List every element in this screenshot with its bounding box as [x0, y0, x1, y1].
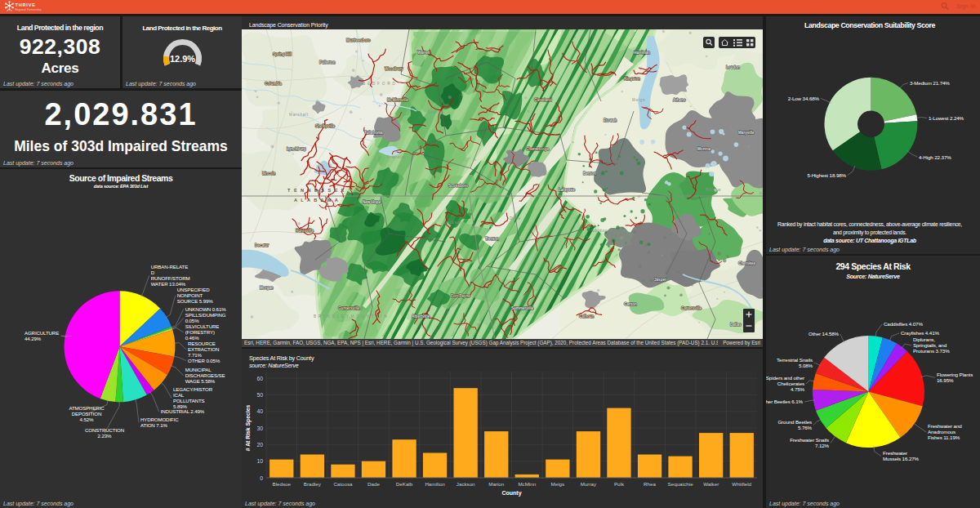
svg-text:0.05%: 0.05%	[185, 318, 199, 323]
svg-text:40: 40	[256, 408, 263, 414]
svg-text:THRIVE: THRIVE	[16, 2, 36, 7]
svg-text:Catoosa: Catoosa	[333, 481, 353, 487]
svg-text:New Hope: New Hope	[363, 200, 381, 204]
svg-text:Meigs: Meigs	[632, 98, 645, 102]
svg-text:Sequatchie: Sequatchie	[668, 481, 694, 487]
svg-text:Dade: Dade	[510, 216, 521, 221]
svg-text:5.76%: 5.76%	[798, 425, 813, 430]
svg-text:Landscape Conservation Suitabi: Landscape Conservation Suitability Score	[804, 21, 935, 29]
svg-text:data source: EPA 303d List: data source: EPA 303d List	[94, 184, 149, 189]
svg-text:Monroe: Monroe	[697, 147, 711, 151]
svg-text:7.12%: 7.12%	[815, 443, 830, 448]
svg-text:and proximity to protected lan: and proximity to protected lands.	[833, 229, 906, 236]
svg-text:Marion: Marion	[488, 481, 504, 487]
svg-text:Chattanooga: Chattanooga	[526, 147, 550, 151]
svg-text:INDUSTRIAL 2.49%: INDUSTRIAL 2.49%	[161, 408, 205, 414]
svg-text:Fort Payne: Fort Payne	[451, 294, 470, 298]
svg-text:Crayfishes 4.41%: Crayfishes 4.41%	[901, 330, 939, 336]
svg-text:Source: NatureServe: Source: NatureServe	[846, 273, 900, 280]
svg-text:Benton: Benton	[583, 172, 596, 176]
svg-text:10: 10	[256, 458, 263, 464]
svg-text:16.95%: 16.95%	[937, 377, 954, 383]
svg-text:Woodbury: Woodbury	[385, 67, 403, 71]
svg-text:McMinnville: McMinnville	[387, 98, 408, 102]
svg-text:Polk: Polk	[614, 481, 625, 487]
svg-text:Etowah: Etowah	[604, 118, 617, 123]
svg-text:Whitfield: Whitfield	[732, 481, 751, 487]
svg-text:Shelbyville: Shelbyville	[315, 124, 335, 128]
svg-text:Tullahoma: Tullahoma	[364, 131, 383, 135]
svg-text:Lynchburg: Lynchburg	[287, 147, 306, 151]
svg-text:0.46%: 0.46%	[185, 335, 199, 341]
svg-text:Murray: Murray	[581, 481, 597, 487]
svg-text:Source of Impaired Streams: Source of Impaired Streams	[69, 173, 173, 183]
svg-text:5-Highest 18.98%: 5-Highest 18.98%	[807, 172, 846, 178]
svg-text:Franklin: Franklin	[387, 155, 406, 159]
svg-text:Bartow: Bartow	[706, 188, 721, 192]
svg-text:Maryville: Maryville	[738, 131, 755, 135]
svg-text:1-Lowest 2.24%: 1-Lowest 2.24%	[929, 115, 964, 121]
svg-text:Meigs: Meigs	[551, 481, 565, 487]
svg-text:Sign In: Sign In	[956, 2, 975, 10]
svg-text:12.9%: 12.9%	[170, 54, 195, 64]
svg-text:County: County	[501, 490, 521, 497]
svg-text:OTHER 0.05%: OTHER 0.05%	[188, 358, 220, 363]
svg-text:Scottsboro: Scottsboro	[448, 184, 468, 188]
svg-text:Bradley: Bradley	[304, 481, 322, 487]
svg-text:Lafayette: Lafayette	[559, 188, 576, 192]
svg-text:B R I N D L E Y M O U N T A: B R I N D L E Y M O U N T A I N	[314, 314, 387, 319]
svg-text:Other 14.58%: Other 14.58%	[808, 331, 840, 336]
svg-text:Kingston: Kingston	[624, 77, 640, 81]
svg-text:Rhea: Rhea	[644, 481, 656, 487]
svg-text:Proturans 3.73%: Proturans 3.73%	[913, 348, 950, 354]
svg-text:URBAN-RELATE: URBAN-RELATE	[151, 264, 188, 270]
svg-text:Warren: Warren	[417, 51, 430, 55]
svg-text:WATER 13.04%: WATER 13.04%	[151, 281, 186, 287]
svg-text:2-Low 34.68%: 2-Low 34.68%	[788, 96, 820, 101]
svg-text:Cleveland: Cleveland	[534, 98, 552, 102]
svg-text:Walker: Walker	[703, 481, 719, 487]
svg-text:ther Beetles 6.1%: ther Beetles 6.1%	[766, 399, 804, 404]
svg-text:Grundy: Grundy	[428, 110, 444, 114]
svg-text:2.23%: 2.23%	[98, 433, 112, 439]
svg-text:44.29%: 44.29%	[24, 336, 42, 341]
svg-text:A L A B A M A: A L A B A M A	[294, 198, 339, 203]
svg-text:UNKNOWN 0.61%: UNKNOWN 0.61%	[185, 306, 227, 312]
svg-text:Bledsoe: Bledsoe	[273, 481, 292, 487]
svg-text:50: 50	[256, 392, 263, 398]
svg-text:Jasper: Jasper	[654, 278, 666, 282]
svg-text:4-High 22.37%: 4-High 22.37%	[919, 154, 951, 160]
svg-text:3-Medium 21.74%: 3-Medium 21.74%	[910, 80, 950, 86]
svg-text:Marshall: Marshall	[289, 113, 309, 117]
svg-text:B E D F O R D: B E D F O R D	[363, 82, 396, 86]
svg-text:DeKalb: DeKalb	[396, 481, 413, 487]
svg-text:Spring Hill: Spring Hill	[273, 52, 292, 56]
svg-text:Cherokee: Cherokee	[738, 261, 755, 265]
svg-text:Lincoln: Lincoln	[262, 172, 276, 176]
svg-text:T E N N E S S E E: T E N N E S S E E	[287, 188, 345, 193]
svg-text:Athens: Athens	[673, 98, 686, 102]
svg-text:294 Species At Risk: 294 Species At Risk	[835, 261, 911, 271]
svg-text:Huntsville: Huntsville	[296, 229, 314, 233]
svg-text:0: 0	[260, 475, 263, 481]
svg-text:Murfreesboro: Murfreesboro	[346, 38, 371, 42]
svg-text:Harriman: Harriman	[634, 51, 650, 55]
svg-text:Jackson: Jackson	[457, 481, 475, 487]
svg-text:Gordon: Gordon	[591, 229, 608, 233]
svg-text:data source: UT Chattanooga IG: data source: UT Chattanooga IGTLab	[823, 238, 917, 244]
svg-text:Ranked by intact habitat cores: Ranked by intact habitat cores, connecte…	[777, 221, 962, 228]
svg-text:4.75%: 4.75%	[791, 386, 805, 392]
svg-text:Cartersville: Cartersville	[681, 306, 702, 310]
svg-text:SOURCE 5.99%: SOURCE 5.99%	[177, 298, 214, 304]
svg-text:Canton: Canton	[624, 302, 637, 306]
svg-text:Fullerton: Fullerton	[319, 60, 336, 65]
svg-text:60: 60	[256, 376, 263, 381]
svg-text:# At Risk Species: # At Risk Species	[245, 405, 252, 452]
svg-text:Dallas: Dallas	[730, 323, 742, 327]
svg-text:Jackson: Jackson	[444, 221, 462, 225]
svg-text:Trenton: Trenton	[485, 237, 499, 241]
svg-text:Regional Partnership: Regional Partnership	[16, 8, 42, 11]
svg-text:Floyd: Floyd	[673, 212, 685, 216]
svg-text:McMinn: McMinn	[518, 481, 536, 487]
svg-text:Fishes 11.19%: Fishes 11.19%	[928, 434, 960, 440]
